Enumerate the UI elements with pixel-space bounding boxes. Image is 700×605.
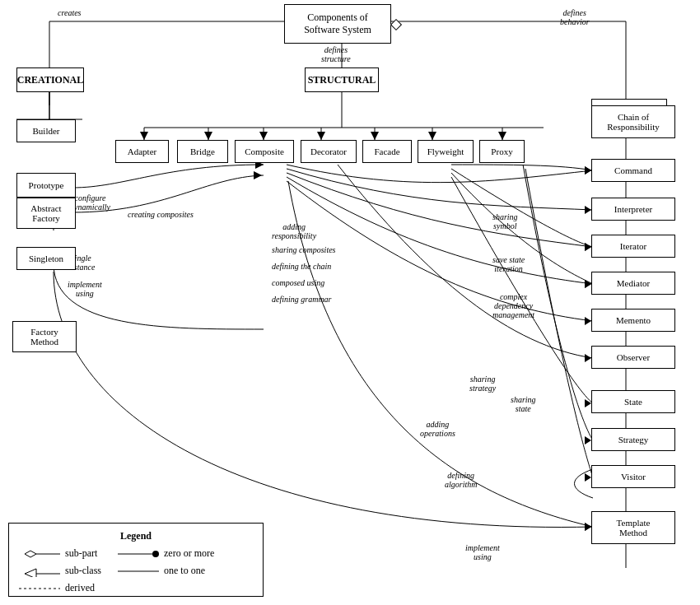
sub-part-icon xyxy=(19,548,60,560)
state-box: State xyxy=(591,390,675,413)
composite-box: Composite xyxy=(235,140,294,163)
svg-marker-68 xyxy=(585,523,591,531)
creational-category: CREATIONAL xyxy=(16,67,84,92)
mediator-box: Mediator xyxy=(591,272,675,295)
svg-marker-23 xyxy=(498,132,506,140)
defining-chain-label: defining the chain xyxy=(272,262,331,271)
template-method-box: Template Method xyxy=(591,511,675,544)
svg-point-76 xyxy=(152,551,159,557)
zero-or-more-icon xyxy=(118,548,159,560)
creating-composites-label: creating composites xyxy=(128,210,194,219)
svg-marker-65 xyxy=(585,399,591,407)
chain-of-responsibility-box: Chain of Responsibility xyxy=(591,105,675,138)
legend-sub-part: sub-part xyxy=(19,547,101,560)
diagram-container: Components of Software System creates de… xyxy=(0,0,700,605)
svg-marker-58 xyxy=(585,243,591,251)
sub-class-icon xyxy=(19,565,60,577)
svg-marker-67 xyxy=(585,473,591,482)
factory-method-box: Factory Method xyxy=(12,321,77,352)
derived-icon xyxy=(19,583,60,594)
save-state-label: save state iteration xyxy=(492,255,525,273)
svg-marker-59 xyxy=(585,280,591,288)
svg-marker-18 xyxy=(204,132,212,140)
adding-operations-label: adding operations xyxy=(420,420,455,438)
creates-label: creates xyxy=(58,8,82,17)
legend-zero-or-more: zero or more xyxy=(118,547,214,560)
legend-derived: derived xyxy=(19,582,101,594)
svg-marker-20 xyxy=(317,132,325,140)
main-node-diamond xyxy=(390,19,402,30)
flyweight-box: Flyweight xyxy=(418,140,474,163)
svg-marker-22 xyxy=(428,132,436,140)
one-to-one-icon xyxy=(118,565,159,577)
legend-one-to-one: one to one xyxy=(118,565,214,577)
adding-responsibility-label: adding responsibility xyxy=(272,222,316,240)
defining-grammar-label: defining grammar xyxy=(272,295,332,304)
defines-structure-label: defines structure xyxy=(321,45,351,63)
command-box: Command xyxy=(591,159,675,182)
legend-sub-class: sub-class xyxy=(19,565,101,577)
implement-using-label2: implement using xyxy=(465,543,500,561)
sharing-strategy-label: sharing strategy xyxy=(469,375,496,393)
main-node: Components of Software System xyxy=(284,4,391,44)
visitor-box: Visitor xyxy=(591,465,675,488)
configure-dynamically-label: configure dynamically xyxy=(70,193,110,212)
svg-marker-61 xyxy=(585,166,591,175)
main-node-label: Components of Software System xyxy=(304,12,371,36)
legend-title: Legend xyxy=(19,530,253,542)
svg-marker-70 xyxy=(25,551,36,557)
svg-marker-60 xyxy=(585,317,591,325)
svg-marker-55 xyxy=(254,171,262,179)
builder-box: Builder xyxy=(16,119,76,142)
abstract-factory-box: Abstract Factory xyxy=(16,198,76,229)
sharing-composites-label: sharing composites xyxy=(272,245,336,254)
decorator-box: Decorator xyxy=(301,140,357,163)
sharing-symbol-label: sharing symbol xyxy=(492,212,518,230)
prototype-box: Prototype xyxy=(16,173,76,198)
svg-marker-17 xyxy=(140,132,148,140)
svg-marker-66 xyxy=(585,436,591,444)
svg-marker-69 xyxy=(585,523,591,531)
observer-box: Observer xyxy=(591,346,675,369)
svg-marker-72 xyxy=(25,569,36,577)
iterator-box: Iterator xyxy=(591,235,675,258)
interpreter-box: Interpreter xyxy=(591,198,675,221)
svg-marker-62 xyxy=(585,243,591,251)
legend: Legend sub-part sub-class xyxy=(8,523,264,597)
adapter-box: Adapter xyxy=(115,140,169,163)
memento-box: Memento xyxy=(591,309,675,332)
defining-algorithm-label: defining algorithm xyxy=(445,471,477,489)
svg-marker-64 xyxy=(585,354,591,362)
svg-marker-19 xyxy=(259,132,268,140)
composed-using-label: composed using xyxy=(272,278,324,287)
svg-marker-57 xyxy=(585,206,591,214)
implement-using-label1: implement using xyxy=(68,280,102,298)
structural-category: STRUCTURAL xyxy=(305,67,379,92)
defines-behavior-label: defines behavior xyxy=(560,8,590,26)
svg-marker-56 xyxy=(585,166,591,175)
singleton-box: Singleton xyxy=(16,247,76,270)
facade-box: Facade xyxy=(362,140,412,163)
complex-dependency-label: complex dependency management xyxy=(492,292,534,319)
svg-marker-63 xyxy=(585,280,591,288)
strategy-box: Strategy xyxy=(591,428,675,451)
sharing-state-label: sharing state xyxy=(511,395,536,413)
svg-marker-21 xyxy=(371,132,379,140)
proxy-box: Proxy xyxy=(479,140,525,163)
bridge-box: Bridge xyxy=(177,140,228,163)
